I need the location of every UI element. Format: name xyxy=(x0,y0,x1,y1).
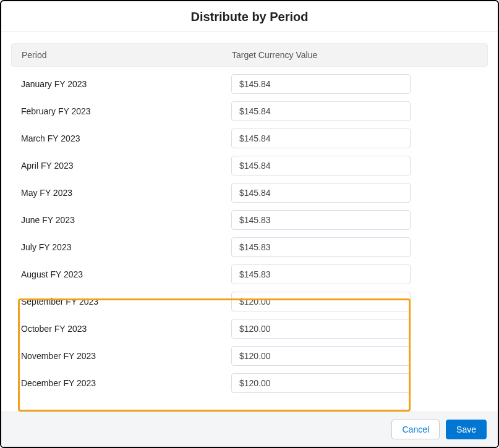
period-label: September FY 2023 xyxy=(21,297,231,306)
currency-field-wrap xyxy=(231,373,411,393)
period-label: October FY 2023 xyxy=(21,324,231,334)
currency-input[interactable] xyxy=(231,373,411,393)
currency-field-wrap xyxy=(231,183,411,203)
currency-field-wrap xyxy=(231,319,411,339)
currency-input[interactable] xyxy=(231,292,411,311)
period-label: March FY 2023 xyxy=(21,133,231,143)
currency-field-wrap xyxy=(231,156,411,175)
currency-input[interactable] xyxy=(231,101,411,121)
currency-input[interactable] xyxy=(231,346,411,366)
period-row: February FY 2023 xyxy=(11,98,488,125)
save-button[interactable]: Save xyxy=(446,420,487,439)
currency-input[interactable] xyxy=(231,264,411,284)
dialog-title: Distribute by Period xyxy=(190,10,308,23)
period-row: July FY 2023 xyxy=(11,234,488,261)
dialog-footer: Cancel Save xyxy=(1,412,498,447)
currency-input[interactable] xyxy=(231,129,411,148)
dialog-body: Period Target Currency Value January FY … xyxy=(1,32,498,412)
currency-input[interactable] xyxy=(231,156,411,175)
currency-field-wrap xyxy=(231,264,411,284)
period-label: November FY 2023 xyxy=(21,351,231,361)
currency-field-wrap xyxy=(231,292,411,311)
currency-input[interactable] xyxy=(231,74,411,94)
period-row: October FY 2023 xyxy=(11,315,488,342)
dialog-header: Distribute by Period xyxy=(1,1,498,32)
currency-field-wrap xyxy=(231,74,411,94)
currency-field-wrap xyxy=(231,237,411,257)
currency-input[interactable] xyxy=(231,183,411,203)
currency-field-wrap xyxy=(231,101,411,121)
distribute-by-period-dialog: Distribute by Period Period Target Curre… xyxy=(0,0,499,448)
currency-input[interactable] xyxy=(231,237,411,257)
period-label: January FY 2023 xyxy=(21,79,231,89)
currency-input[interactable] xyxy=(231,210,411,230)
cancel-button[interactable]: Cancel xyxy=(391,420,440,439)
period-label: December FY 2023 xyxy=(21,378,231,388)
column-header-value: Target Currency Value xyxy=(232,50,477,60)
period-label: July FY 2023 xyxy=(21,242,231,252)
table-header: Period Target Currency Value xyxy=(11,43,488,67)
period-row: June FY 2023 xyxy=(11,206,488,234)
period-label: August FY 2023 xyxy=(21,269,231,279)
column-header-period: Period xyxy=(22,50,232,60)
currency-field-wrap xyxy=(231,210,411,230)
period-row: May FY 2023 xyxy=(11,179,488,206)
period-label: May FY 2023 xyxy=(21,188,231,198)
period-row: December FY 2023 xyxy=(11,370,488,397)
period-row: April FY 2023 xyxy=(11,152,488,179)
period-row: March FY 2023 xyxy=(11,125,488,152)
currency-field-wrap xyxy=(231,346,411,366)
period-row: September FY 2023 xyxy=(11,288,488,315)
currency-field-wrap xyxy=(231,129,411,148)
period-row: August FY 2023 xyxy=(11,261,488,288)
period-row: January FY 2023 xyxy=(11,70,488,98)
period-label: June FY 2023 xyxy=(21,215,231,225)
period-label: April FY 2023 xyxy=(21,161,231,171)
period-rows: January FY 2023February FY 2023March FY … xyxy=(11,67,488,397)
period-row: November FY 2023 xyxy=(11,342,488,370)
currency-input[interactable] xyxy=(231,319,411,339)
period-label: February FY 2023 xyxy=(21,106,231,116)
